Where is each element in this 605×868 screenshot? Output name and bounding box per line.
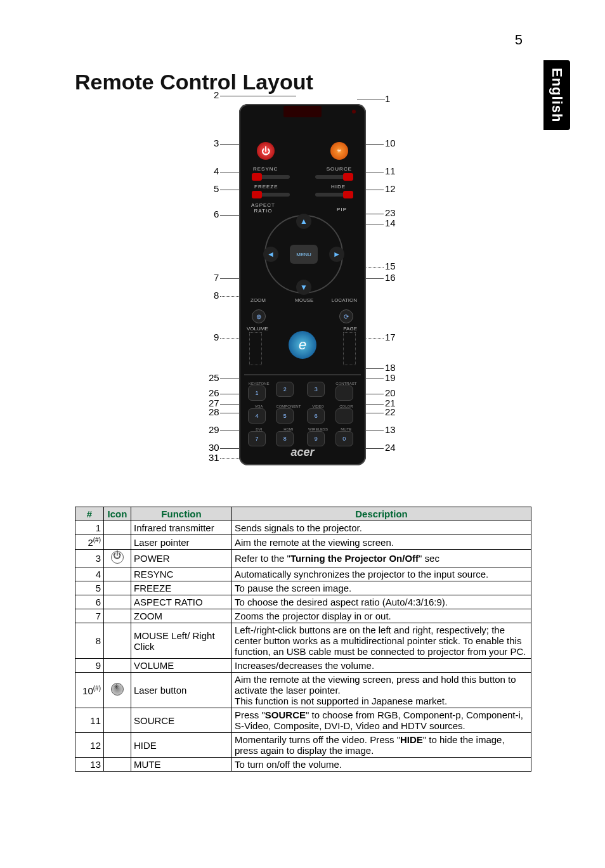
callout-17: 17 [385,332,396,342]
cell-func: MUTE [131,758,232,772]
label-source: SOURCE [327,166,352,172]
callout-11: 11 [385,165,396,176]
zoom-button[interactable]: ⊕ [252,309,266,323]
cell-num: 5 [75,581,104,595]
cell-num: 8 [75,623,104,659]
label-pip: PIP [337,207,347,212]
callout-1: 1 [385,93,390,104]
key-7[interactable]: 7 [248,431,266,446]
key-5[interactable]: 5 [276,408,294,424]
cell-desc: Aim the remote at the viewing screen. [232,535,531,550]
callout-7: 7 [214,272,219,283]
table-row: 6 ASPECT RATIO To choose the desired asp… [75,595,531,609]
callout-20: 20 [385,387,396,398]
table-row: 2(#) Laser pointer Aim the remote at the… [75,535,531,550]
power-button[interactable]: ⏻ [257,142,275,160]
key-label-wireless: WIRELESS [307,427,329,431]
cell-num: 10(#) [75,673,104,708]
nav-left[interactable]: ◄ [263,247,278,262]
remote-body: ⏻ ✳ RESYNC SOURCE FREEZE HIDE ASPECT RAT… [239,104,366,465]
key-1[interactable]: 1 [248,385,266,401]
key-color[interactable] [335,408,353,424]
cell-func: Laser pointer [131,535,232,550]
cell-num: 13 [75,758,104,772]
page-number: 5 [515,32,523,48]
callout-31: 31 [209,452,219,463]
location-button[interactable]: ⟳ [339,309,353,323]
nav-right[interactable]: ► [329,247,344,262]
callout-29: 29 [209,424,219,435]
cell-num: 6 [75,595,104,609]
nav-ring: MENU ▲ ▼ ◄ ► [264,215,343,294]
cell-num: 12 [75,733,104,758]
cell-desc: Automatically synchronizes the projector… [232,567,531,581]
cell-desc: To choose the desired aspect ratio (Auto… [232,595,531,609]
cell-func: Laser button [131,673,232,708]
key-0[interactable]: 0 [335,431,353,446]
key-3[interactable]: 3 [307,382,325,397]
resync-slider[interactable] [252,175,290,179]
label-hide: HIDE [331,184,346,190]
cell-func: MOUSE Left/ Right Click [131,623,232,659]
table-row: 10(#) Laser button Aim the remote at the… [75,673,531,708]
laser-icon [111,683,124,696]
cell-icon [104,567,131,581]
cell-desc: Left-/right-click buttons are on the lef… [232,623,531,659]
nav-down[interactable]: ▼ [296,280,311,295]
label-aspect-ratio: ASPECT RATIO [250,202,276,214]
callout-8: 8 [214,290,219,301]
page-rocker[interactable] [343,332,356,365]
cell-desc: Refer to the "Turning the Projector On/O… [232,550,531,567]
label-page: PAGE [343,326,357,332]
table-row: 1 Infrared transmitter Sends signals to … [75,521,531,535]
function-table: # Icon Function Description 1 Infrared t… [75,507,531,772]
table-row: 3 POWER Refer to the "Turning the Projec… [75,550,531,567]
cell-icon [104,535,131,550]
freeze-slider[interactable] [252,193,290,197]
key-6[interactable]: 6 [307,408,325,424]
nav-up[interactable]: ▲ [296,214,311,229]
callout-18: 18 [385,362,396,373]
laser-icon: ✳ [337,148,342,154]
cell-func: ASPECT RATIO [131,595,232,609]
laser-button[interactable]: ✳ [330,142,348,160]
callout-5: 5 [214,183,219,194]
th-desc: Description [232,507,531,521]
cell-desc: Aim the remote at the viewing screen, pr… [232,673,531,708]
menu-button[interactable]: MENU [290,245,318,264]
cell-icon [104,609,131,623]
th-func: Function [131,507,232,521]
key-8[interactable]: 8 [276,431,294,446]
key-contrast[interactable] [335,385,353,401]
cell-num: 11 [75,708,104,733]
label-zoom: ZOOM [250,297,266,303]
power-icon: ⏻ [261,146,270,156]
label-mouse: MOUSE [295,297,313,303]
empowering-button[interactable]: e [289,331,316,359]
hide-slider[interactable] [315,193,353,197]
table-row: 9 VOLUME Increases/decreases the volume. [75,659,531,673]
cell-num: 1 [75,521,104,535]
cell-desc: Press "SOURCE" to choose from RGB, Compo… [232,708,531,733]
cell-desc: Momentarily turns off the video. Press "… [232,733,531,758]
th-icon: Icon [104,507,131,521]
cell-icon [104,581,131,595]
cell-icon [104,758,131,772]
callout-25: 25 [209,372,219,383]
key-9[interactable]: 9 [307,431,325,446]
key-4[interactable]: 4 [248,408,266,424]
callout-10: 10 [385,138,396,148]
key-2[interactable]: 2 [276,382,294,397]
table-row: 4 RESYNC Automatically synchronizes the … [75,567,531,581]
laser-emitter-dot [352,110,356,113]
source-slider[interactable] [315,175,353,179]
key-label-keystone: KEYSTONE [248,382,270,385]
callout-23: 23 [385,207,396,218]
callout-3: 3 [214,138,219,148]
cell-icon [104,623,131,659]
table-row: 8 MOUSE Left/ Right Click Left-/right-cl… [75,623,531,659]
cell-icon [104,659,131,673]
cell-func: Infrared transmitter [131,521,232,535]
callout-4: 4 [214,165,219,176]
volume-rocker[interactable] [249,332,262,365]
